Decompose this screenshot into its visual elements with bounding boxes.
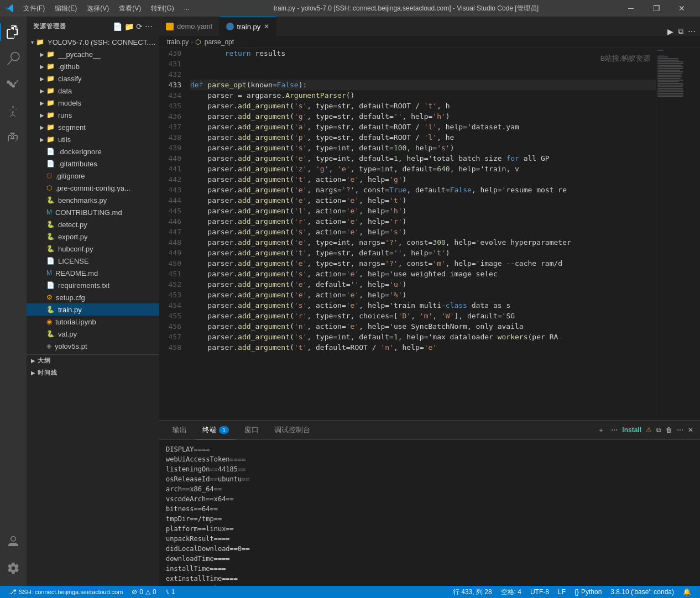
sidebar-section-timeline[interactable]: ▶ 时间线	[27, 366, 159, 379]
breadcrumb-symbol[interactable]: ⬡ parse_opt	[195, 38, 234, 46]
code-line-431[interactable]	[190, 59, 656, 69]
code-line-445[interactable]: parser.add_argument('l', action='e', hel…	[190, 206, 656, 216]
sidebar-item-detect[interactable]: ▶ 🐍 detect.py	[27, 218, 159, 230]
refresh-icon[interactable]: ⟳	[136, 22, 143, 31]
activity-debug[interactable]	[0, 98, 27, 125]
activity-scm[interactable]	[0, 72, 27, 98]
sidebar-item-classify[interactable]: ▶ 📁 classify	[27, 72, 159, 85]
sidebar-item-data[interactable]: ▶ 📁 data	[27, 85, 159, 97]
code-line-439[interactable]: parser.add_argument('s', type=int, defau…	[190, 143, 656, 153]
code-line-437[interactable]: parser.add_argument('a', type=str, defau…	[190, 122, 656, 132]
sidebar-item-export[interactable]: ▶ 🐍 export.py	[27, 230, 159, 243]
sidebar-section-outline[interactable]: ▶ 大纲	[27, 354, 159, 366]
status-sync[interactable]: ⑊ 1	[161, 586, 180, 598]
code-line-449[interactable]: parser.add_argument('t', type=str, defau…	[190, 248, 656, 258]
sidebar-item-readme[interactable]: ▶ M README.md	[27, 267, 159, 279]
code-line-456[interactable]: parser.add_argument('n', action='e', hel…	[190, 321, 656, 332]
maximize-button[interactable]: ❐	[644, 0, 669, 17]
sidebar-item-segment[interactable]: ▶ 📁 segment	[27, 121, 159, 133]
menu-edit[interactable]: 编辑(E)	[50, 3, 81, 14]
menu-view[interactable]: 查看(V)	[114, 3, 145, 14]
status-notifications[interactable]: 🔔	[678, 586, 696, 598]
sidebar-item-github[interactable]: ▶ 📁 .github	[27, 60, 159, 72]
collapse-all-icon[interactable]: ⋯	[145, 22, 153, 31]
code-area[interactable]: return results def parse_opt(known=False…	[186, 48, 656, 420]
panel-tab-terminal[interactable]: 终端 1	[196, 421, 236, 440]
code-line-448[interactable]: parser.add_argument('e', type=int, nargs…	[190, 237, 656, 248]
sidebar-item-pycache[interactable]: ▶ 📁 __pycache__	[27, 48, 159, 60]
panel-tab-window[interactable]: 窗口	[238, 421, 265, 440]
sidebar-item-utils[interactable]: ▶ 📁 utils	[27, 133, 159, 145]
sidebar-item-license[interactable]: ▶ 📄 LICENSE	[27, 255, 159, 267]
code-line-446[interactable]: parser.add_argument('r', action='e', hel…	[190, 216, 656, 227]
panel-tab-debug[interactable]: 调试控制台	[268, 421, 317, 440]
tab-close-icon[interactable]: ✕	[264, 23, 269, 30]
sidebar-item-requirements[interactable]: ▶ 📄 requirements.txt	[27, 279, 159, 291]
code-line-457[interactable]: parser.add_argument('s', type=int, defau…	[190, 332, 656, 342]
terminal-kill-icon[interactable]: 🗑	[666, 426, 672, 434]
menu-goto[interactable]: 转到(G)	[147, 3, 178, 14]
status-eol[interactable]: LF	[553, 586, 570, 598]
activity-account[interactable]	[0, 528, 27, 555]
breadcrumb-file[interactable]: train.py	[167, 38, 189, 46]
terminal[interactable]: DISPLAY====webUiAccessToken====listening…	[159, 440, 700, 586]
menu-select[interactable]: 选择(V)	[82, 3, 113, 14]
code-line-441[interactable]: parser.add_argument('z', 'g', 'e', type=…	[190, 164, 656, 174]
sidebar-item-contributing[interactable]: ▶ M CONTRIBUTING.md	[27, 206, 159, 218]
code-line-455[interactable]: parser.add_argument('r', type=str, choic…	[190, 311, 656, 321]
code-line-432[interactable]	[190, 69, 656, 80]
code-line-435[interactable]: parser.add_argument('s', type=str, defau…	[190, 101, 656, 111]
panel-tab-output[interactable]: 输出	[166, 421, 194, 440]
activity-search[interactable]	[0, 45, 27, 72]
code-line-430[interactable]: return results	[190, 48, 656, 59]
status-spaces[interactable]: 空格: 4	[497, 586, 526, 598]
code-line-458[interactable]: parser.add_argument('t', default=ROOT / …	[190, 342, 656, 353]
terminal-actions-icon[interactable]: ⋯	[677, 426, 683, 434]
code-line-454[interactable]: parser.add_argument('s', action='e', hel…	[190, 300, 656, 311]
minimize-button[interactable]: ─	[618, 0, 644, 17]
sidebar-item-val[interactable]: ▶ 🐍 val.py	[27, 328, 159, 340]
sidebar-item-setup[interactable]: ▶ ⚙ setup.cfg	[27, 291, 159, 303]
code-line-443[interactable]: parser.add_argument('e', nargs='?', cons…	[190, 185, 656, 195]
sidebar-item-gitattributes[interactable]: ▶ 📄 .gitattributes	[27, 158, 159, 170]
menu-file[interactable]: 文件(F)	[19, 3, 49, 14]
activity-settings[interactable]	[0, 555, 27, 581]
sidebar-item-dockerignore[interactable]: ▶ 📄 .dockerignore	[27, 145, 159, 158]
status-encoding[interactable]: UTF-8	[526, 586, 553, 598]
sidebar-item-tutorial[interactable]: ▶ ◉ tutorial.ipynb	[27, 316, 159, 328]
close-button[interactable]: ✕	[669, 0, 694, 17]
code-line-444[interactable]: parser.add_argument('e', action='e', hel…	[190, 195, 656, 206]
activity-explorer[interactable]	[0, 19, 27, 45]
sidebar-item-weights[interactable]: ▶ ◈ yolov5s.pt	[27, 340, 159, 352]
sidebar-item-benchmarks[interactable]: ▶ 🐍 benchmarks.py	[27, 194, 159, 206]
new-terminal-icon[interactable]: ＋	[598, 426, 604, 435]
sidebar-item-train[interactable]: ▶ 🐍 train.py	[27, 303, 159, 316]
status-python-version[interactable]: 3.8.10 ('base': conda)	[606, 586, 678, 598]
status-errors[interactable]: ⊘ 0 △ 0	[127, 586, 160, 598]
sidebar-item-precommit[interactable]: ▶ ⬡ .pre-commit-config.ya...	[27, 182, 159, 194]
menu-more[interactable]: ...	[180, 3, 194, 14]
panel-more-icon[interactable]: ⋯	[611, 426, 618, 434]
terminal-split-icon[interactable]: ⧉	[656, 426, 661, 434]
code-line-436[interactable]: parser.add_argument('g', type=str, defau…	[190, 111, 656, 122]
code-line-453[interactable]: parser.add_argument('e', action='e', hel…	[190, 290, 656, 300]
new-file-icon[interactable]: 📄	[113, 22, 122, 31]
sidebar-item-models[interactable]: ▶ 📁 models	[27, 97, 159, 109]
new-folder-icon[interactable]: 📁	[124, 22, 134, 31]
code-line-442[interactable]: parser.add_argument('t', action='e', hel…	[190, 174, 656, 185]
terminal-close-icon[interactable]: ✕	[688, 426, 693, 434]
run-icon[interactable]: ▶	[667, 27, 673, 36]
sidebar-item-runs[interactable]: ▶ 📁 runs	[27, 109, 159, 121]
code-line-447[interactable]: parser.add_argument('s', action='e', hel…	[190, 227, 656, 237]
tab-trainpy[interactable]: train.py ✕	[220, 17, 277, 36]
split-editor-icon[interactable]: ⧉	[678, 27, 683, 36]
status-ssh[interactable]: ⎇ SSH: connect.beijinga.seetacloud.com	[4, 586, 127, 598]
activity-extensions[interactable]	[0, 125, 27, 151]
more-actions-icon[interactable]: ⋯	[688, 27, 696, 36]
status-position[interactable]: 行 433, 列 28	[448, 586, 497, 598]
code-line-434[interactable]: parser = argparse.ArgumentParser()	[190, 90, 656, 101]
sidebar-item-gitignore[interactable]: ▶ ⬡ .gitignore	[27, 170, 159, 182]
code-line-451[interactable]: parser.add_argument('s', action='e', hel…	[190, 269, 656, 279]
tab-demoyaml[interactable]: demo.yaml	[159, 17, 220, 36]
code-line-433[interactable]: def parse_opt(known=False):	[190, 80, 656, 90]
